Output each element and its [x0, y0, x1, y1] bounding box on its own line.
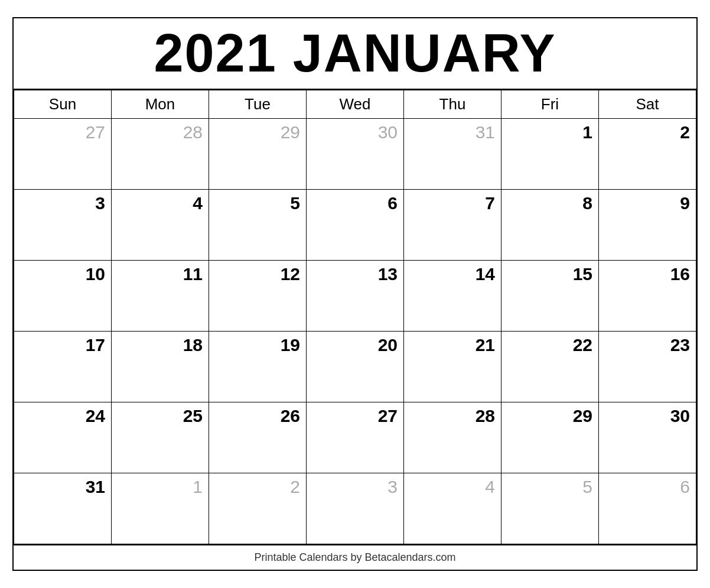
calendar-day: 26 [209, 402, 307, 473]
calendar-day: 24 [14, 402, 112, 473]
calendar-week-6: 31123456 [14, 473, 696, 544]
calendar-day: 5 [209, 190, 307, 261]
calendar-container: 2021 JANUARY SunMonTueWedThuFriSat 27282… [12, 17, 698, 571]
day-header-thu: Thu [404, 90, 501, 119]
calendar-day: 9 [599, 190, 696, 261]
calendar-week-2: 3456789 [14, 190, 696, 261]
calendar-day: 1 [501, 119, 599, 190]
calendar-day: 4 [404, 473, 501, 544]
calendar-day: 5 [501, 473, 599, 544]
day-header-sun: Sun [14, 90, 112, 119]
calendar-day: 30 [307, 119, 404, 190]
calendar-day: 10 [14, 261, 112, 332]
calendar-day: 1 [112, 473, 209, 544]
calendar-day: 29 [501, 402, 599, 473]
calendar-day: 20 [307, 332, 404, 402]
calendar-day: 4 [112, 190, 209, 261]
calendar-day: 31 [404, 119, 501, 190]
calendar-footer: Printable Calendars by Betacalendars.com [14, 544, 696, 570]
calendar-day: 25 [112, 402, 209, 473]
calendar-day: 2 [209, 473, 307, 544]
day-header-sat: Sat [599, 90, 696, 119]
day-header-fri: Fri [501, 90, 599, 119]
calendar-day: 28 [404, 402, 501, 473]
calendar-day: 23 [599, 332, 696, 402]
calendar-day: 8 [501, 190, 599, 261]
calendar-day: 31 [14, 473, 112, 544]
calendar-day: 12 [209, 261, 307, 332]
calendar-day: 15 [501, 261, 599, 332]
calendar-day: 3 [307, 473, 404, 544]
calendar-day: 17 [14, 332, 112, 402]
calendar-day: 18 [112, 332, 209, 402]
calendar-day: 14 [404, 261, 501, 332]
calendar-day: 28 [112, 119, 209, 190]
calendar-week-1: 272829303112 [14, 119, 696, 190]
calendar-day: 6 [599, 473, 696, 544]
calendar-day: 19 [209, 332, 307, 402]
day-header-wed: Wed [307, 90, 404, 119]
calendar-day: 7 [404, 190, 501, 261]
calendar-day: 21 [404, 332, 501, 402]
calendar-day: 13 [307, 261, 404, 332]
days-header-row: SunMonTueWedThuFriSat [14, 90, 696, 119]
calendar-day: 3 [14, 190, 112, 261]
calendar-day: 30 [599, 402, 696, 473]
calendar-week-5: 24252627282930 [14, 402, 696, 473]
calendar-day: 2 [599, 119, 696, 190]
calendar-week-3: 10111213141516 [14, 261, 696, 332]
calendar-day: 6 [307, 190, 404, 261]
day-header-tue: Tue [209, 90, 307, 119]
calendar-day: 27 [14, 119, 112, 190]
calendar-week-4: 17181920212223 [14, 332, 696, 402]
day-header-mon: Mon [112, 90, 209, 119]
calendar-day: 27 [307, 402, 404, 473]
calendar-grid: SunMonTueWedThuFriSat 272829303112345678… [14, 90, 696, 544]
calendar-day: 16 [599, 261, 696, 332]
calendar-day: 22 [501, 332, 599, 402]
calendar-title: 2021 JANUARY [14, 18, 696, 90]
calendar-day: 11 [112, 261, 209, 332]
calendar-day: 29 [209, 119, 307, 190]
